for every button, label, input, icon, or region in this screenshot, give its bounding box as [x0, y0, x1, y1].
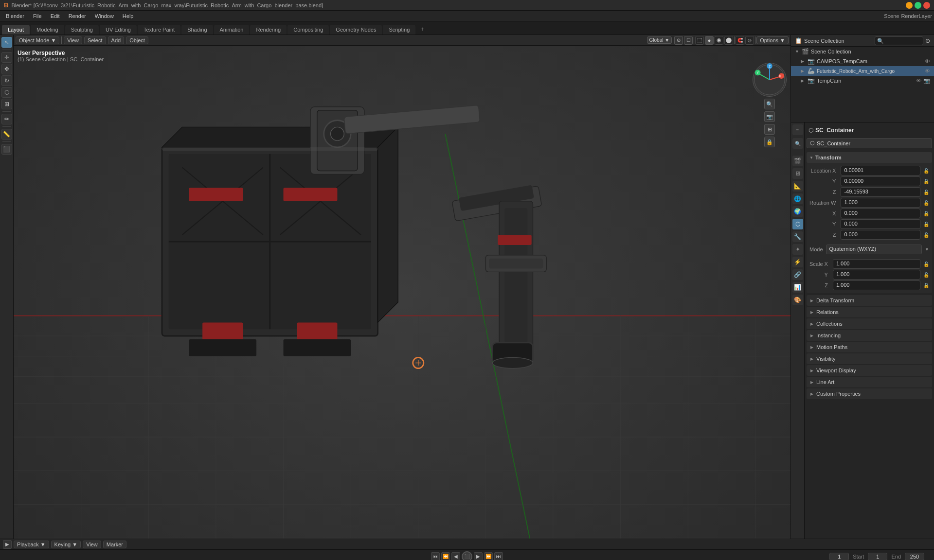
tab-uv-editing[interactable]: UV Editing: [100, 25, 137, 35]
grid-btn[interactable]: ⊞: [764, 124, 775, 135]
add-menu-button[interactable]: Add: [108, 36, 125, 44]
minimize-button[interactable]: [906, 2, 913, 9]
proportional-btn[interactable]: ◎: [745, 36, 754, 45]
step-fwd-btn[interactable]: ⏩: [484, 552, 493, 560]
tool-measure[interactable]: 📏: [1, 129, 12, 140]
rot-z-input[interactable]: 0.000: [841, 230, 920, 240]
viewport-3d[interactable]: User Perspective (1) Scene Collection | …: [14, 46, 790, 539]
tab-scripting[interactable]: Scripting: [383, 25, 415, 35]
playback-menu[interactable]: Playback ▼: [14, 541, 49, 548]
collections-section[interactable]: ▶ Collections: [807, 318, 932, 329]
tool-transform[interactable]: ⊞: [1, 99, 12, 109]
prop-viewlayer-icon[interactable]: 📐: [792, 181, 803, 192]
xray-btn[interactable]: ☐: [684, 36, 693, 45]
material-btn[interactable]: ◉: [715, 36, 723, 45]
props-search-icon[interactable]: 🔍: [792, 138, 803, 149]
step-back-btn[interactable]: ⏪: [441, 552, 450, 560]
outliner-scene-collection[interactable]: ▼ 🎬 Scene Collection: [791, 47, 934, 56]
outliner-item-campos[interactable]: ▶ 📷 CAMPOS_TempCam 👁: [791, 56, 934, 66]
viewport-display-section[interactable]: ▶ Viewport Display: [807, 365, 932, 376]
loc-x-input[interactable]: 0.00001: [841, 166, 920, 175]
eye-tempcam[interactable]: 👁: [916, 78, 921, 84]
lock-btn[interactable]: 🔒: [764, 137, 775, 147]
loc-z-lock[interactable]: 🔓: [923, 190, 929, 195]
rot-x-lock[interactable]: 🔓: [923, 211, 929, 216]
tab-sculpting[interactable]: Sculpting: [65, 25, 99, 35]
current-frame-field[interactable]: 1: [829, 553, 849, 560]
transform-header[interactable]: ▼ Transform: [807, 152, 932, 163]
relations-section[interactable]: ▶ Relations: [807, 307, 932, 317]
prop-world-icon[interactable]: 🌍: [792, 206, 803, 217]
motion-paths-section[interactable]: ▶ Motion Paths: [807, 342, 932, 352]
prop-data-icon[interactable]: 📊: [792, 282, 803, 293]
tool-move[interactable]: ✥: [1, 64, 12, 74]
prop-physics-icon[interactable]: ⚡: [792, 257, 803, 267]
viewport-nav-gizmo[interactable]: X Y Z: [753, 63, 787, 97]
loc-x-lock[interactable]: 🔓: [923, 168, 929, 174]
maximize-button[interactable]: [915, 2, 921, 9]
loc-z-input[interactable]: -49.15593: [841, 187, 920, 197]
prop-output-icon[interactable]: 🖥: [792, 168, 803, 179]
tool-scale[interactable]: ⬡: [1, 87, 12, 98]
render-btn[interactable]: ⬤: [724, 36, 733, 45]
instancing-section[interactable]: ▶ Instancing: [807, 330, 932, 341]
mode-select[interactable]: Quaternion (WXYZ): [826, 245, 922, 254]
object-name-field[interactable]: ⬡ SC_Container: [807, 138, 932, 148]
scale-x-input[interactable]: 1.000: [833, 259, 920, 269]
tab-layout[interactable]: Layout: [2, 25, 30, 35]
menu-edit[interactable]: Edit: [47, 12, 64, 20]
outliner-item-robot[interactable]: ▶ 🦾 Futuristic_Robotic_Arm_with_Cargo 👁: [791, 66, 934, 76]
delta-transform-section[interactable]: ▶ Delta Transform: [807, 295, 932, 306]
props-nav-icon[interactable]: ≡: [792, 124, 803, 135]
eye-robot[interactable]: 👁: [925, 68, 930, 74]
tab-geometry-nodes[interactable]: Geometry Nodes: [330, 25, 382, 35]
wireframe-btn[interactable]: ⬚: [695, 36, 704, 45]
prop-modifier-icon[interactable]: 🔧: [792, 231, 803, 242]
tab-rendering[interactable]: Rendering: [250, 25, 287, 35]
outliner-item-tempcam[interactable]: ▶ 📷 TempCam 👁 📷: [791, 76, 934, 86]
zoom-in-btn[interactable]: 🔍: [764, 99, 775, 109]
visibility-section[interactable]: ▶ Visibility: [807, 353, 932, 364]
prop-render-icon[interactable]: 🎬: [792, 156, 803, 166]
add-workspace-button[interactable]: +: [416, 23, 428, 35]
prop-particles-icon[interactable]: ✦: [792, 244, 803, 255]
timeline-playback-btn[interactable]: ▶: [3, 540, 12, 549]
loc-y-input[interactable]: 0.00000: [841, 176, 920, 186]
keying-menu[interactable]: Keying ▼: [51, 541, 81, 548]
jump-start-btn[interactable]: ⏮: [431, 552, 440, 560]
marker-menu[interactable]: Marker: [103, 541, 126, 548]
prop-material-icon[interactable]: 🎨: [792, 295, 803, 305]
tool-rotate[interactable]: ↻: [1, 75, 12, 86]
tab-animation[interactable]: Animation: [214, 25, 250, 35]
line-art-section[interactable]: ▶ Line Art: [807, 377, 932, 387]
rot-y-lock[interactable]: 🔓: [923, 222, 929, 227]
overlay-btn[interactable]: ⊙: [674, 36, 683, 45]
scale-y-lock[interactable]: 🔓: [923, 272, 929, 278]
solid-btn[interactable]: ●: [705, 36, 714, 45]
outliner-filter-icon[interactable]: ⊙: [925, 37, 930, 44]
scale-x-lock[interactable]: 🔓: [923, 262, 929, 267]
tab-texture-paint[interactable]: Texture Paint: [138, 25, 180, 35]
rot-w-input[interactable]: 1.000: [841, 198, 920, 208]
menu-render[interactable]: Render: [65, 12, 90, 20]
snap-btn[interactable]: 🧲: [736, 36, 744, 45]
custom-properties-section[interactable]: ▶ Custom Properties: [807, 388, 932, 399]
rot-x-input[interactable]: 0.000: [841, 209, 920, 218]
tab-compositing[interactable]: Compositing: [287, 25, 329, 35]
tab-shading[interactable]: Shading: [181, 25, 213, 35]
mode-select-button[interactable]: Object Mode ▼: [16, 36, 59, 44]
rot-y-input[interactable]: 0.000: [841, 219, 920, 229]
start-frame-field[interactable]: 1: [868, 553, 887, 560]
tool-select[interactable]: ↖: [1, 37, 12, 48]
outliner-search[interactable]: [875, 36, 923, 45]
menu-blender[interactable]: Blender: [2, 12, 28, 20]
play-fwd-btn[interactable]: ▶: [474, 552, 483, 560]
prop-scene-icon[interactable]: 🌐: [792, 193, 803, 204]
menu-help[interactable]: Help: [119, 12, 138, 20]
tool-add[interactable]: ⬛: [1, 144, 12, 155]
global-select[interactable]: Global ▼: [647, 36, 672, 44]
scale-z-input[interactable]: 1.000: [833, 280, 920, 290]
rot-z-lock[interactable]: 🔓: [923, 232, 929, 238]
play-back-btn[interactable]: ◀: [451, 552, 460, 560]
scale-y-input[interactable]: 1.000: [833, 270, 920, 280]
